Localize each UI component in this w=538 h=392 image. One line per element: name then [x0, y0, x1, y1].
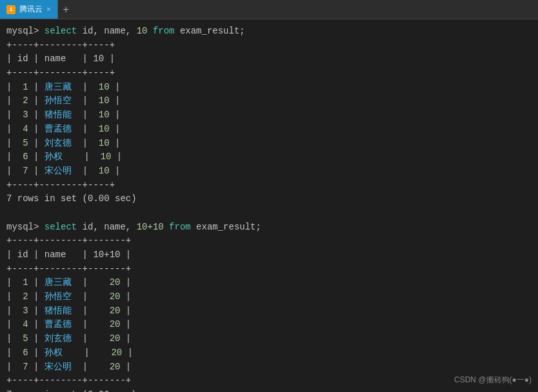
- terminal-content: mysql> select id, name, 10 from exam_res…: [6, 24, 532, 392]
- tab-tencent-cloud[interactable]: 1 腾讯云 ×: [0, 0, 58, 19]
- tab-label: 腾讯云: [19, 4, 43, 15]
- close-icon[interactable]: ×: [46, 6, 51, 14]
- new-tab-button[interactable]: +: [58, 4, 74, 15]
- tab-icon: 1: [6, 5, 15, 14]
- tab-bar: 1 腾讯云 × +: [0, 0, 538, 19]
- terminal-area: mysql> select id, name, 10 from exam_res…: [0, 19, 538, 392]
- prompt1: mysql>: [6, 26, 45, 36]
- watermark: CSDN @搬砖狗(●一●): [454, 375, 532, 386]
